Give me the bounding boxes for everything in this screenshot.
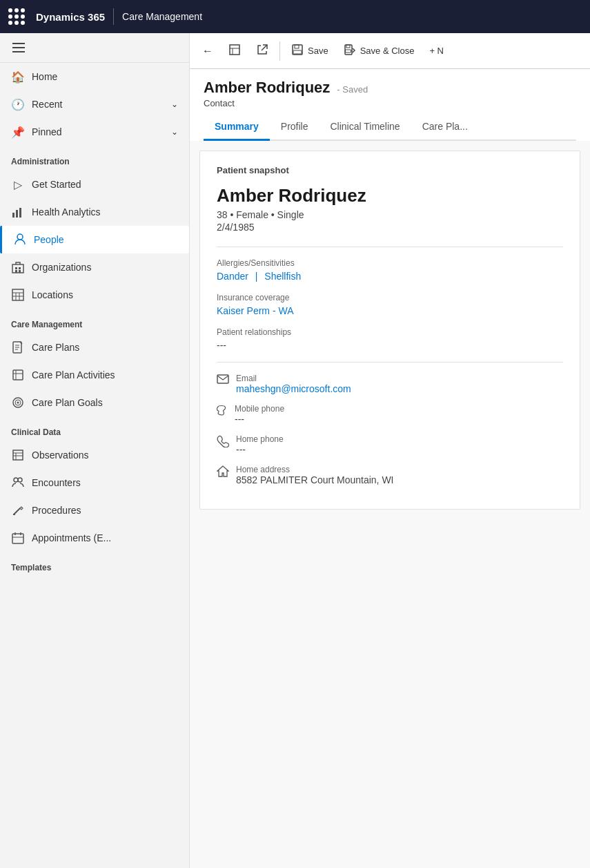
allergy-shellfish[interactable]: Shellfish [264,271,301,282]
sidebar-item-label: Care Plan Activities [32,369,115,380]
new-button[interactable]: + N [422,41,451,60]
insurance-value: Kaiser Perm - WA [217,305,563,316]
mobile-info: Mobile phone --- [235,404,284,425]
email-icon [217,374,229,387]
relationships-label: Patient relationships [217,327,563,337]
procedures-icon [11,503,25,517]
svg-line-31 [14,508,20,514]
email-link[interactable]: maheshgn@microsoft.com [236,383,351,394]
section-label-templates: Templates [0,552,189,577]
home-phone-row: Home phone --- [217,434,563,455]
insurance-label: Insurance coverage [217,293,563,302]
back-icon: ← [202,45,213,57]
save-label: Save [308,46,328,56]
sidebar-item-health-analytics[interactable]: Health Analytics [0,198,189,226]
svg-point-29 [14,478,18,482]
sidebar-item-label: Procedures [32,505,81,516]
sidebar-item-label: People [34,234,64,245]
save-close-label: Save & Close [360,46,415,56]
svg-rect-8 [15,270,17,273]
address-row: Home address 8582 PALMITER Court Mountai… [217,465,563,485]
hamburger-menu[interactable] [10,40,179,55]
new-label: + N [429,46,444,56]
tab-profile[interactable]: Profile [270,114,319,141]
open-button[interactable] [249,39,275,63]
svg-rect-46 [345,50,351,52]
mobile-value: --- [235,414,284,425]
tab-clinical-timeline[interactable]: Clinical Timeline [319,114,411,141]
section-label-care-management: Care Management [0,309,189,334]
sidebar-item-label: Health Analytics [32,206,101,218]
divider-2 [217,362,563,363]
address-label: Home address [236,465,394,474]
patient-snapshot-card: Patient snapshot Amber Rodriquez 38 • Fe… [199,151,580,510]
sidebar-item-home[interactable]: 🏠 Home [0,63,189,90]
save-icon [291,44,304,59]
record-type: Contact [204,98,576,108]
patient-name-large: Amber Rodriquez [217,185,563,206]
toolbar-divider [279,41,280,61]
app-launcher-icon[interactable] [8,8,25,25]
svg-rect-37 [230,45,239,55]
sidebar: 🏠 Home 🕐 Recent ⌄ 📌 Pinned ⌄ Administrat… [0,33,190,868]
allergies-label: Allergies/Sensitivities [217,258,563,268]
mobile-label: Mobile phone [235,404,284,414]
sidebar-item-label: Recent [32,99,62,110]
svg-rect-33 [12,534,23,543]
svg-rect-5 [12,264,23,273]
play-icon: ▷ [11,177,25,191]
care-plan-activities-icon [11,368,25,382]
address-value: 8582 PALMITER Court Mountain, WI [236,474,394,485]
back-button[interactable]: ← [195,41,220,61]
top-bar: Dynamics 365 Care Management [0,0,590,33]
recent-icon: 🕐 [11,97,25,111]
patient-demographics: 38 • Female • Single [217,209,563,220]
sidebar-item-locations[interactable]: Locations [0,281,189,309]
svg-point-4 [17,234,23,240]
tab-care-plan[interactable]: Care Pla... [411,114,479,141]
sidebar-item-pinned[interactable]: 📌 Pinned ⌄ [0,118,189,146]
form-view-button[interactable] [222,39,248,63]
sidebar-item-care-plans[interactable]: Care Plans [0,334,189,361]
save-close-button[interactable]: Save & Close [337,39,422,63]
sidebar-item-encounters[interactable]: Encounters [0,469,189,496]
divider [217,247,563,247]
sidebar-item-label: Care Plan Goals [32,397,103,408]
relationships-value: --- [217,340,563,351]
sidebar-item-care-plan-activities[interactable]: Care Plan Activities [0,361,189,389]
insurance-section: Insurance coverage Kaiser Perm - WA [217,293,563,316]
sidebar-item-organizations[interactable]: Organizations [0,253,189,281]
sidebar-item-observations[interactable]: Observations [0,441,189,469]
top-bar-divider [113,8,114,25]
svg-rect-6 [15,267,17,269]
svg-line-40 [262,45,267,50]
sidebar-item-people[interactable]: People [0,226,189,253]
svg-rect-10 [12,289,23,300]
observations-icon [11,448,25,462]
sidebar-item-procedures[interactable]: Procedures [0,496,189,524]
chevron-down-icon: ⌄ [171,127,178,137]
organization-icon [11,260,25,274]
save-button[interactable]: Save [284,39,335,63]
sidebar-item-label: Encounters [32,477,81,488]
sidebar-item-appointments[interactable]: Appointments (E... [0,524,189,552]
person-icon [13,233,27,247]
open-record-icon [256,44,268,59]
sidebar-item-label: Observations [32,450,88,461]
svg-rect-1 [16,210,18,218]
sidebar-item-label: Appointments (E... [32,532,111,543]
sidebar-item-care-plan-goals[interactable]: Care Plan Goals [0,389,189,416]
email-info: Email maheshgn@microsoft.com [236,374,351,394]
sidebar-item-label: Get Started [32,179,81,190]
address-info: Home address 8582 PALMITER Court Mountai… [236,465,394,485]
toolbar: ← Save [190,33,590,69]
svg-rect-43 [293,50,302,54]
insurance-link[interactable]: Kaiser Perm - WA [217,305,294,316]
tab-summary[interactable]: Summary [204,114,270,141]
tabs: Summary Profile Clinical Timeline Care P… [204,114,576,141]
sidebar-item-label: Locations [32,289,73,300]
sidebar-item-recent[interactable]: 🕐 Recent ⌄ [0,90,189,118]
sidebar-item-get-started[interactable]: ▷ Get Started [0,171,189,198]
allergy-dander[interactable]: Dander [217,271,248,282]
allergies-section: Allergies/Sensitivities Dander | Shellfi… [217,258,563,282]
